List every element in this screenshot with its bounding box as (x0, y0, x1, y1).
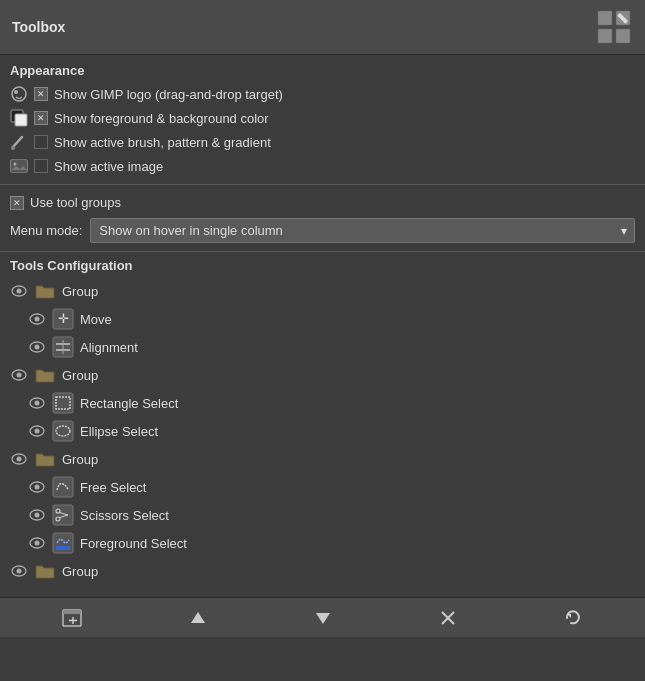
eye-icon[interactable] (28, 534, 46, 552)
tool-name: Group (62, 284, 98, 299)
brush-icon (10, 133, 28, 151)
svg-rect-43 (53, 505, 73, 525)
bottom-toolbar (0, 597, 645, 637)
rectangle-select-icon (52, 392, 74, 414)
folder-icon (34, 448, 56, 470)
add-button[interactable] (59, 604, 87, 632)
svg-text:✛: ✛ (58, 311, 69, 326)
svg-point-10 (11, 146, 15, 150)
tool-row[interactable]: Scissors Select (0, 501, 645, 529)
svg-point-13 (14, 163, 17, 166)
eye-icon[interactable] (28, 338, 46, 356)
tool-row[interactable]: Foreground Select (0, 529, 645, 557)
folder-icon (34, 560, 56, 582)
eye-icon[interactable] (10, 366, 28, 384)
svg-point-7 (14, 90, 18, 94)
tool-name: Group (62, 564, 98, 579)
tool-row[interactable]: Group (0, 277, 645, 305)
tool-name: Rectangle Select (80, 396, 178, 411)
tool-row[interactable]: Group (0, 557, 645, 585)
tool-row[interactable]: Group (0, 361, 645, 389)
divider-1 (0, 184, 645, 185)
svg-rect-3 (616, 29, 630, 43)
tool-row[interactable]: Ellipse Select (0, 417, 645, 445)
show-gimp-logo-checkbox[interactable] (34, 87, 48, 101)
tool-row[interactable]: Alignment (0, 333, 645, 361)
move-up-button[interactable] (184, 604, 212, 632)
eye-icon[interactable] (28, 394, 46, 412)
show-fg-bg-label: Show foreground & background color (54, 111, 269, 126)
svg-rect-25 (62, 340, 64, 354)
move-tool-icon: ✛ (52, 308, 74, 330)
foreground-select-icon (52, 532, 74, 554)
show-brush-checkbox[interactable] (34, 135, 48, 149)
header-title: Toolbox (12, 19, 65, 35)
svg-point-29 (35, 401, 40, 406)
reset-button[interactable] (559, 604, 587, 632)
appearance-section-label: Appearance (0, 55, 645, 82)
show-image-label: Show active image (54, 159, 163, 174)
svg-rect-51 (56, 546, 70, 550)
svg-rect-55 (63, 610, 81, 614)
tool-name: Alignment (80, 340, 138, 355)
alignment-tool-icon (52, 336, 74, 358)
svg-point-53 (17, 569, 22, 574)
tool-name: Group (62, 368, 98, 383)
menu-mode-select[interactable]: Show on hover in single column Show on c… (90, 218, 635, 243)
tool-row[interactable]: Free Select (0, 473, 645, 501)
tool-name: Ellipse Select (80, 424, 158, 439)
use-tool-groups-checkbox[interactable] (10, 196, 24, 210)
show-gimp-logo-label: Show GIMP logo (drag-and-drop target) (54, 87, 283, 102)
tool-row[interactable]: ✛ Move (0, 305, 645, 333)
menu-mode-label: Menu mode: (10, 223, 82, 238)
tools-list: Group ✛ Move Alignment (0, 277, 645, 597)
svg-marker-59 (316, 613, 330, 624)
show-brush-label: Show active brush, pattern & gradient (54, 135, 271, 150)
svg-rect-40 (53, 477, 73, 497)
ellipse-select-icon (52, 420, 74, 442)
tool-name: Group (62, 452, 98, 467)
tool-groups-row: Use tool groups (0, 191, 645, 214)
use-tool-groups-label: Use tool groups (30, 195, 121, 210)
svg-point-21 (35, 345, 40, 350)
eye-icon[interactable] (28, 478, 46, 496)
tool-row[interactable]: Rectangle Select (0, 389, 645, 417)
svg-rect-0 (598, 11, 612, 25)
svg-rect-12 (11, 160, 27, 172)
menu-mode-row: Menu mode: Show on hover in single colum… (0, 214, 645, 251)
header: Toolbox (0, 0, 645, 55)
svg-point-15 (17, 289, 22, 294)
eye-icon[interactable] (28, 310, 46, 328)
svg-point-37 (17, 457, 22, 462)
eye-icon[interactable] (10, 282, 28, 300)
toolbox-settings-icon[interactable] (595, 8, 633, 46)
appearance-item-gimp-logo: Show GIMP logo (drag-and-drop target) (0, 82, 645, 106)
tool-name: Move (80, 312, 112, 327)
svg-rect-9 (15, 114, 27, 126)
show-image-checkbox[interactable] (34, 159, 48, 173)
svg-point-17 (35, 317, 40, 322)
active-image-icon (10, 157, 28, 175)
eye-icon[interactable] (28, 506, 46, 524)
eye-icon[interactable] (10, 450, 28, 468)
delete-button[interactable] (434, 604, 462, 632)
show-fg-bg-checkbox[interactable] (34, 111, 48, 125)
menu-mode-select-wrapper[interactable]: Show on hover in single column Show on c… (90, 218, 635, 243)
svg-point-42 (35, 513, 40, 518)
appearance-item-image: Show active image (0, 154, 645, 178)
free-select-icon (52, 476, 74, 498)
tool-name: Free Select (80, 480, 146, 495)
appearance-item-fg-bg: Show foreground & background color (0, 106, 645, 130)
fg-bg-icon (10, 109, 28, 127)
appearance-item-brush: Show active brush, pattern & gradient (0, 130, 645, 154)
folder-icon (34, 280, 56, 302)
scissors-select-icon (52, 504, 74, 526)
tool-row[interactable]: Group (0, 445, 645, 473)
svg-point-27 (17, 373, 22, 378)
folder-icon (34, 364, 56, 386)
svg-point-49 (35, 541, 40, 546)
move-down-button[interactable] (309, 604, 337, 632)
eye-icon[interactable] (28, 422, 46, 440)
eye-icon[interactable] (10, 562, 28, 580)
svg-marker-58 (191, 612, 205, 623)
